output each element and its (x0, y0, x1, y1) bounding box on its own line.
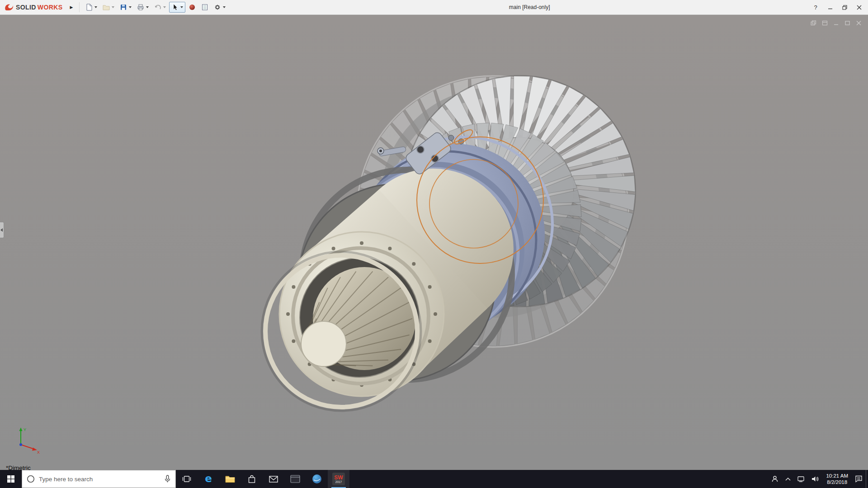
edrawings-app-button[interactable] (306, 470, 328, 488)
sheet-button[interactable] (199, 2, 211, 13)
doc-minimize-icon[interactable] (833, 20, 839, 26)
dropdown-caret[interactable] (146, 6, 149, 8)
standard-toolbar (83, 2, 228, 13)
doc-pane-icon[interactable] (811, 20, 816, 26)
console-window-icon (290, 475, 300, 483)
speaker-icon (811, 476, 819, 482)
dropdown-caret[interactable] (112, 6, 114, 8)
task-view-icon (183, 475, 191, 483)
engine-exhaust-cone[interactable] (300, 258, 419, 377)
engine-model[interactable] (0, 15, 868, 470)
volume-tray-button[interactable] (808, 470, 822, 488)
system-tray: 10:21 AM 8/2/2018 (768, 470, 868, 488)
undo-icon (154, 4, 161, 11)
triad-x-label: X (37, 450, 40, 455)
graphics-viewport[interactable]: Y X *Dimetric (0, 15, 868, 470)
dropdown-caret[interactable] (180, 6, 183, 8)
select-cursor-icon (171, 4, 179, 11)
view-orientation-label: *Dimetric (6, 465, 31, 470)
file-explorer-button[interactable] (219, 470, 241, 488)
task-view-button[interactable] (176, 470, 198, 488)
dropdown-caret[interactable] (94, 6, 97, 8)
close-button[interactable] (852, 2, 866, 14)
taskbar: e (0, 470, 868, 488)
mail-envelope-icon (269, 476, 278, 483)
edge-app-button[interactable]: e (198, 470, 219, 488)
store-app-button[interactable] (241, 470, 263, 488)
settings-gear-icon (214, 4, 221, 11)
start-button[interactable] (0, 470, 22, 488)
appearance-button[interactable] (186, 2, 198, 13)
network-tray-button[interactable] (794, 470, 808, 488)
open-folder-icon (103, 4, 110, 11)
toolbar-separator (79, 2, 80, 12)
select-tool-button[interactable] (169, 2, 185, 13)
file-explorer-icon (225, 475, 235, 483)
appearance-sphere-icon (189, 4, 196, 11)
mail-app-button[interactable] (263, 470, 284, 488)
action-center-icon (855, 475, 863, 483)
triad-z-axis (19, 443, 22, 446)
people-icon (771, 475, 778, 483)
search-input[interactable] (39, 476, 160, 483)
document-title: main [Read-only] (509, 4, 550, 10)
solidworks-2017-icon: SW 2017 (332, 473, 345, 485)
dropdown-caret[interactable] (163, 6, 166, 8)
orientation-triad: Y X (11, 424, 42, 455)
document-window-controls (811, 20, 862, 26)
microphone-icon[interactable] (164, 475, 171, 483)
doc-restore-icon[interactable] (844, 20, 850, 26)
console-app-button[interactable] (284, 470, 306, 488)
new-document-button[interactable] (83, 2, 99, 13)
titlebar: SOLIDWORKS ▶ (0, 0, 868, 15)
action-center-button[interactable] (852, 470, 866, 488)
print-button[interactable] (135, 2, 151, 13)
help-button[interactable]: ? (808, 2, 823, 14)
brand-solid-text: SOLID (16, 4, 36, 11)
save-icon (120, 4, 127, 11)
taskbar-search[interactable] (22, 470, 176, 488)
restore-button[interactable] (837, 2, 852, 14)
undo-button[interactable] (152, 2, 168, 13)
new-document-icon (85, 4, 93, 11)
dropdown-caret[interactable] (129, 6, 132, 8)
ds-logo-icon (4, 3, 14, 12)
taskbar-clock[interactable]: 10:21 AM 8/2/2018 (822, 470, 852, 488)
doc-pane2-icon[interactable] (822, 20, 828, 26)
restore-icon (842, 5, 847, 10)
clock-date: 8/2/2018 (826, 479, 848, 485)
minimize-icon (828, 5, 833, 10)
doc-close-icon[interactable] (856, 20, 862, 26)
svg-text:e: e (205, 473, 212, 484)
print-icon (137, 4, 144, 11)
options-sheet-icon (201, 4, 208, 11)
show-desktop-button[interactable] (866, 470, 868, 488)
solidworks-app-button[interactable]: SW 2017 (328, 470, 349, 488)
featuremanager-collapsed-tab[interactable] (0, 222, 4, 238)
triad-y-label: Y (24, 427, 26, 432)
windows-logo-icon (7, 475, 14, 483)
close-icon (857, 5, 862, 10)
edge-icon: e (203, 473, 214, 485)
open-button[interactable] (100, 2, 117, 13)
clock-time: 10:21 AM (826, 473, 848, 479)
window-controls: ? (808, 0, 866, 15)
solidworks-logo: SOLIDWORKS (0, 3, 67, 12)
minimize-button[interactable] (823, 2, 837, 14)
cortana-icon (27, 475, 35, 483)
toolbar-expand-button[interactable]: ▶ (67, 3, 75, 11)
save-button[interactable] (118, 2, 134, 13)
brand-works-text: WORKS (38, 4, 63, 11)
dropdown-caret[interactable] (223, 6, 226, 8)
people-tray-button[interactable] (768, 470, 782, 488)
blue-sphere-icon (311, 474, 322, 484)
network-icon (797, 476, 805, 482)
chevron-up-icon (785, 477, 791, 481)
store-bag-icon (248, 475, 256, 483)
options-button[interactable] (212, 2, 228, 13)
tray-overflow-button[interactable] (782, 470, 794, 488)
